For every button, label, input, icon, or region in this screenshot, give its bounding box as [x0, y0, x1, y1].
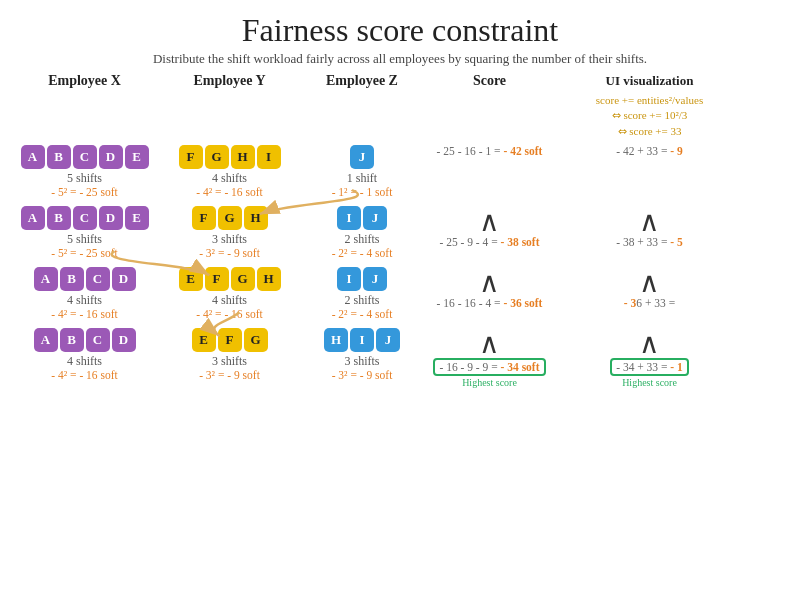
badge-C: C: [86, 328, 110, 352]
shift-score: - 2² = - 4 soft: [332, 247, 393, 259]
vis-col-0: - 42 + 33 = - 9: [557, 145, 742, 157]
badge-D: D: [112, 328, 136, 352]
page-title: Fairness score constraint: [0, 0, 800, 49]
badge-I: I: [337, 267, 361, 291]
badge-J: J: [363, 267, 387, 291]
badge-H: H: [324, 328, 348, 352]
highest-score-label: Highest score: [462, 377, 517, 388]
vis-text: - 36 + 33 =: [624, 297, 675, 309]
badge-F: F: [205, 267, 229, 291]
shift-score: - 1² = - 1 soft: [332, 186, 393, 198]
badge-C: C: [86, 267, 110, 291]
badge-B: B: [47, 145, 71, 169]
vis-text: - 38 + 33 = - 5: [616, 236, 683, 248]
score-text: - 25 - 16 - 1 = - 42 soft: [437, 145, 543, 157]
badge-G: G: [244, 328, 268, 352]
vis-highest-score-label: Highest score: [622, 377, 677, 388]
vis-col-3: ∧- 34 + 33 = - 1Highest score: [557, 328, 742, 388]
score-col-3: ∧- 16 - 9 - 9 = - 34 softHighest score: [422, 328, 557, 388]
shift-score: - 5² = - 25 soft: [51, 247, 117, 259]
badge-J: J: [376, 328, 400, 352]
better-caret: ∧: [479, 269, 500, 297]
badge-A: A: [21, 206, 45, 230]
col-header-ui-vis: UI visualization: [606, 73, 694, 93]
subtitle: Distribute the shift workload fairly acr…: [0, 51, 800, 67]
badge-D: D: [99, 145, 123, 169]
badge-D: D: [99, 206, 123, 230]
vis-caret: ∧: [639, 330, 660, 358]
badge-H: H: [231, 145, 255, 169]
badge-C: C: [73, 206, 97, 230]
vis-col-1: ∧- 38 + 33 = - 5: [557, 206, 742, 248]
shift-score: - 3² = - 9 soft: [199, 247, 260, 259]
shift-score: - 5² = - 25 soft: [51, 186, 117, 198]
vis-highlight-box: - 34 + 33 = - 1: [610, 358, 689, 376]
badge-H: H: [257, 267, 281, 291]
shift-count: 2 shifts: [344, 232, 379, 247]
badge-A: A: [34, 267, 58, 291]
shift-count: 3 shifts: [212, 354, 247, 369]
badge-F: F: [179, 145, 203, 169]
score-col-2: ∧- 16 - 16 - 4 = - 36 soft: [422, 267, 557, 309]
badge-I: I: [337, 206, 361, 230]
vis-caret: ∧: [639, 208, 660, 236]
badge-G: G: [231, 267, 255, 291]
badge-F: F: [218, 328, 242, 352]
shift-score: - 3² = - 9 soft: [199, 369, 260, 381]
shift-count: 5 shifts: [67, 171, 102, 186]
badge-F: F: [192, 206, 216, 230]
shift-count: 4 shifts: [212, 293, 247, 308]
vis-caret: ∧: [639, 269, 660, 297]
shift-score: - 4² = - 16 soft: [51, 369, 117, 381]
score-col-1: ∧- 25 - 9 - 4 = - 38 soft: [422, 206, 557, 248]
badge-B: B: [60, 267, 84, 291]
badge-B: B: [47, 206, 71, 230]
badge-I: I: [350, 328, 374, 352]
shift-score: - 2² = - 4 soft: [332, 308, 393, 320]
shift-count: 2 shifts: [344, 293, 379, 308]
badge-E: E: [125, 145, 149, 169]
badge-H: H: [244, 206, 268, 230]
data-row-2: ABCD4 shifts- 4² = - 16 softEFGH4 shifts…: [8, 261, 792, 322]
badge-C: C: [73, 145, 97, 169]
badge-G: G: [218, 206, 242, 230]
better-caret: ∧: [479, 208, 500, 236]
badge-D: D: [112, 267, 136, 291]
col-header-emp-x: Employee X: [48, 73, 121, 93]
shift-count: 3 shifts: [212, 232, 247, 247]
badge-B: B: [60, 328, 84, 352]
data-row-3: ABCD4 shifts- 4² = - 16 softEFG3 shifts-…: [8, 322, 792, 390]
badge-A: A: [21, 145, 45, 169]
badge-I: I: [257, 145, 281, 169]
shift-score: - 4² = - 16 soft: [196, 186, 262, 198]
badge-J: J: [363, 206, 387, 230]
shift-count: 3 shifts: [344, 354, 379, 369]
col-header-emp-y: Employee Y: [193, 73, 265, 93]
shift-count: 4 shifts: [67, 354, 102, 369]
score-col-0: - 25 - 16 - 1 = - 42 soft: [422, 145, 557, 157]
col-header-emp-z: Employee Z: [326, 73, 398, 93]
shift-score: - 4² = - 16 soft: [196, 308, 262, 320]
badge-E: E: [179, 267, 203, 291]
shift-score: - 3² = - 9 soft: [332, 369, 393, 381]
score-text: - 25 - 9 - 4 = - 38 soft: [439, 236, 539, 248]
formula: score += entities²/values ⇔ score += 10²…: [596, 93, 703, 139]
shift-count: 4 shifts: [212, 171, 247, 186]
better-caret: ∧: [479, 330, 500, 358]
badge-A: A: [34, 328, 58, 352]
score-highlight-box: - 16 - 9 - 9 = - 34 soft: [433, 358, 545, 376]
shift-count: 4 shifts: [67, 293, 102, 308]
score-text: - 16 - 16 - 4 = - 36 soft: [437, 297, 543, 309]
data-row-0: ABCDE5 shifts- 5² = - 25 softFGHI4 shift…: [8, 139, 792, 200]
badge-J: J: [350, 145, 374, 169]
shift-score: - 4² = - 16 soft: [51, 308, 117, 320]
badge-E: E: [125, 206, 149, 230]
shift-count: 5 shifts: [67, 232, 102, 247]
vis-col-2: ∧- 36 + 33 =: [557, 267, 742, 309]
badge-E: E: [192, 328, 216, 352]
shift-count: 1 shift: [347, 171, 377, 186]
col-header-score: Score: [473, 73, 506, 93]
vis-text: - 42 + 33 = - 9: [616, 145, 683, 157]
badge-G: G: [205, 145, 229, 169]
data-row-1: ABCDE5 shifts- 5² = - 25 softFGH3 shifts…: [8, 200, 792, 261]
